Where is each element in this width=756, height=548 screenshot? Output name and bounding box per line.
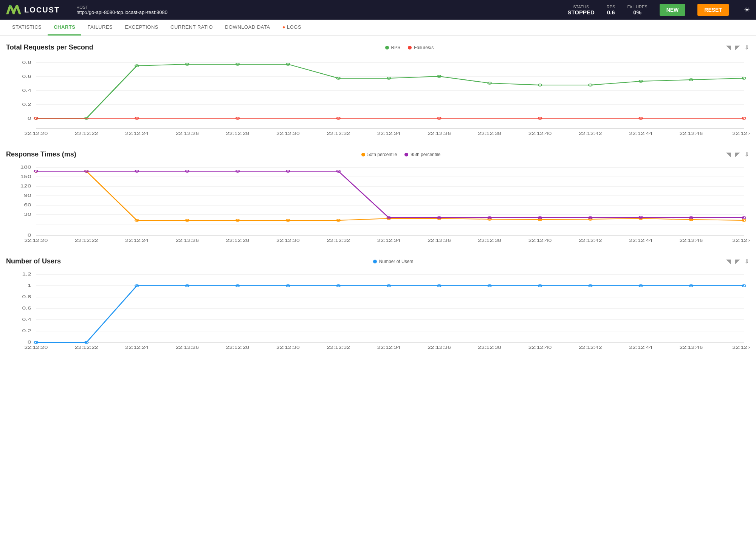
svg-text:150: 150	[20, 174, 31, 179]
rps-download-button[interactable]: ⇓	[744, 43, 750, 52]
svg-text:30: 30	[24, 212, 31, 217]
users-collapse-button[interactable]: ◤	[734, 257, 741, 266]
svg-text:22:12:34: 22:12:34	[377, 345, 401, 350]
response-legend-dot-50th	[361, 153, 365, 156]
svg-text:22:12:26: 22:12:26	[175, 132, 199, 136]
users-chart-title: Number of Users	[6, 257, 61, 265]
svg-text:22:12:38: 22:12:38	[478, 238, 501, 243]
rps-chart-legend: RPS Failures/s	[385, 45, 434, 50]
response-chart-legend: 50th percentile 95th percentile	[361, 152, 440, 157]
failures-stat: FAILURES 0%	[627, 5, 647, 15]
response-legend-label-95th: 95th percentile	[411, 152, 440, 157]
users-chart-svg: 1.2 1 0.8 0.6 0.4 0.2 0	[6, 269, 750, 352]
rps-collapse-button[interactable]: ◤	[734, 43, 741, 52]
svg-text:22:12:32: 22:12:32	[327, 238, 350, 243]
response-download-button[interactable]: ⇓	[744, 150, 750, 159]
svg-text:90: 90	[24, 193, 31, 198]
response-chart-header: Response Times (ms) 50th percentile 95th…	[6, 150, 750, 159]
rps-stat: RPS 0.6	[607, 5, 615, 15]
svg-text:22:12:42: 22:12:42	[579, 132, 602, 136]
rps-legend-rps: RPS	[385, 45, 401, 50]
rps-chart-title: Total Requests per Second	[6, 43, 93, 51]
status-value: STOPPED	[567, 9, 594, 15]
logo: LOCUST	[6, 4, 60, 16]
svg-text:22:12:22: 22:12:22	[75, 132, 98, 136]
svg-text:22:12:28: 22:12:28	[226, 345, 249, 350]
svg-text:22:12:48: 22:12:48	[732, 132, 750, 136]
reset-button[interactable]: RESET	[697, 4, 729, 16]
svg-text:22:12:44: 22:12:44	[629, 132, 652, 136]
svg-text:0: 0	[28, 233, 31, 237]
tab-download-data[interactable]: DOWNLOAD DATA	[219, 20, 276, 36]
svg-text:22:12:30: 22:12:30	[276, 132, 300, 136]
svg-text:0.6: 0.6	[22, 306, 31, 310]
tab-exceptions[interactable]: EXCEPTIONS	[119, 20, 164, 36]
response-chart-title: Response Times (ms)	[6, 150, 76, 158]
svg-text:22:12:36: 22:12:36	[428, 345, 451, 350]
svg-text:22:12:20: 22:12:20	[24, 345, 48, 350]
status-group: STATUS STOPPED RPS 0.6 FAILURES 0% NEW R…	[567, 4, 750, 16]
failures-label: FAILURES	[627, 5, 647, 9]
svg-text:22:12:36: 22:12:36	[428, 132, 451, 136]
rps-value: 0.6	[607, 9, 615, 15]
rps-expand-button[interactable]: ◥	[725, 43, 731, 52]
svg-text:22:12:30: 22:12:30	[276, 345, 300, 350]
tab-charts[interactable]: CHARTS	[48, 20, 81, 36]
svg-text:22:12:20: 22:12:20	[24, 238, 48, 243]
tab-logs[interactable]: ●LOGS	[276, 20, 307, 36]
users-chart-legend: Number of Users	[373, 259, 414, 264]
svg-text:120: 120	[20, 184, 31, 188]
svg-text:22:12:34: 22:12:34	[377, 132, 401, 136]
svg-text:22:12:32: 22:12:32	[327, 132, 350, 136]
users-expand-button[interactable]: ◥	[725, 257, 731, 266]
response-legend-dot-95th	[404, 153, 408, 156]
failures-value: 0%	[633, 9, 641, 15]
users-chart-section: Number of Users Number of Users ◥ ◤ ⇓	[6, 257, 750, 352]
svg-text:22:12:28: 22:12:28	[226, 132, 249, 136]
svg-text:22:12:44: 22:12:44	[629, 345, 652, 350]
users-legend-users: Number of Users	[373, 259, 414, 264]
svg-text:22:12:26: 22:12:26	[175, 238, 199, 243]
response-collapse-button[interactable]: ◤	[734, 150, 741, 159]
rps-legend-dot-rps	[385, 46, 389, 50]
svg-text:0.2: 0.2	[22, 328, 31, 333]
response-legend-95th: 95th percentile	[404, 152, 440, 157]
rps-chart-svg: 0.8 0.6 0.4 0.2 0	[6, 55, 750, 138]
rps-chart-header: Total Requests per Second RPS Failures/s…	[6, 43, 750, 52]
svg-text:22:12:40: 22:12:40	[528, 345, 552, 350]
svg-text:22:12:44: 22:12:44	[629, 238, 652, 243]
nav-tabs: STATISTICS CHARTS FAILURES EXCEPTIONS CU…	[0, 20, 756, 36]
tab-statistics[interactable]: STATISTICS	[6, 20, 48, 36]
svg-text:0.4: 0.4	[22, 88, 31, 93]
theme-icon[interactable]: ☀	[744, 6, 750, 14]
svg-text:22:12:20: 22:12:20	[24, 132, 48, 136]
app-header: LOCUST HOST http://go-api-8080-tcp.locas…	[0, 0, 756, 20]
rps-legend-label-rps: RPS	[391, 45, 401, 50]
svg-text:22:12:48: 22:12:48	[732, 345, 750, 350]
svg-text:22:12:40: 22:12:40	[528, 132, 552, 136]
svg-text:22:12:34: 22:12:34	[377, 238, 401, 243]
status-stat: STATUS STOPPED	[567, 5, 594, 15]
response-legend-label-50th: 50th percentile	[367, 152, 397, 157]
response-expand-button[interactable]: ◥	[725, 150, 731, 159]
svg-text:22:12:38: 22:12:38	[478, 345, 501, 350]
svg-text:0: 0	[28, 340, 31, 344]
svg-text:180: 180	[20, 165, 31, 169]
main-content: Total Requests per Second RPS Failures/s…	[0, 36, 756, 372]
svg-text:1.2: 1.2	[22, 272, 31, 276]
svg-text:22:12:24: 22:12:24	[125, 132, 149, 136]
svg-text:22:12:26: 22:12:26	[175, 345, 199, 350]
svg-text:22:12:32: 22:12:32	[327, 345, 350, 350]
host-value: http://go-api-8080-tcp.locast-api-test:8…	[76, 9, 167, 15]
response-chart-container: 180 150 120 90 60 30 0	[6, 162, 750, 245]
users-chart-container: 1.2 1 0.8 0.6 0.4 0.2 0	[6, 269, 750, 352]
svg-text:0: 0	[28, 116, 31, 121]
svg-text:0.4: 0.4	[22, 317, 31, 322]
tab-failures[interactable]: FAILURES	[81, 20, 119, 36]
new-button[interactable]: NEW	[660, 4, 686, 16]
users-download-button[interactable]: ⇓	[744, 257, 750, 266]
svg-text:22:12:46: 22:12:46	[680, 345, 703, 350]
host-label: HOST	[76, 5, 167, 9]
svg-text:22:12:48: 22:12:48	[732, 238, 750, 243]
tab-current-ratio[interactable]: CURRENT RATIO	[164, 20, 219, 36]
